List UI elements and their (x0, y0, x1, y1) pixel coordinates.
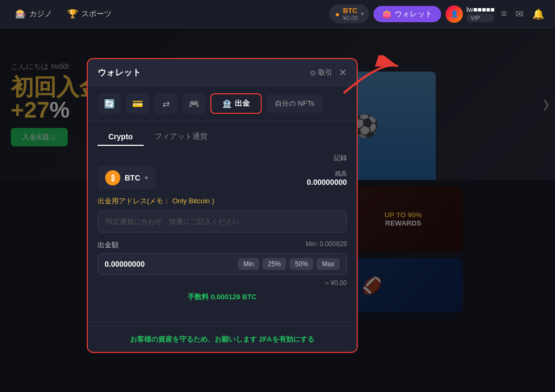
sidebar-item-casino[interactable]: 🎰 カジノ (9, 5, 59, 22)
vip-badge: VIP (466, 14, 494, 22)
btc-selector-row: ₿ BTC ▾ 残高 0.00000000 (98, 166, 347, 190)
withdraw-icon: 🏦 (222, 99, 231, 108)
twofa-prefix: お客様の資産を守るため、お願いします (130, 335, 257, 343)
main-area: こんにちは Iwddr 初回入金 +27% 入金&遊ぶ ⚽ ❮ ❯ ANTI-P… (0, 28, 555, 392)
tab-nfts[interactable]: 自分の NFTs (266, 94, 323, 113)
balance-label: 残高 (307, 170, 347, 178)
username: Iw■■■■■ (466, 5, 494, 14)
btc-amount: ¥0.00 (343, 15, 358, 21)
modal-divider (88, 322, 357, 322)
transactions-icon: ⊙ (310, 69, 316, 77)
sidebar-item-sports[interactable]: 🏆 スポーツ (61, 5, 118, 22)
bell-icon[interactable]: 🔔 (530, 6, 546, 22)
equiv-value: ≈ ¥0.00 (325, 279, 347, 287)
record-balance-row: 記録 (98, 153, 347, 163)
casino-label: カジノ (29, 9, 52, 19)
menu-icon[interactable]: ≡ (499, 6, 509, 22)
top-navigation: 🎰 カジノ 🏆 スポーツ ● BTC ¥0.00 ▾ 👛 ウォレット 👤 Iw■… (0, 0, 555, 28)
toggle-crypto-button[interactable]: Crypto (98, 128, 144, 146)
sports-icon: 🏆 (67, 9, 78, 19)
equiv-row: ≈ ¥0.00 (98, 279, 347, 287)
withdraw-label: 出金 (235, 99, 250, 108)
transactions-link[interactable]: ⊙ 取引 (310, 68, 332, 78)
btc-icon: ● (335, 10, 339, 18)
wallet-button[interactable]: 👛 ウォレット (373, 6, 441, 22)
quick-buttons: Min 25% 50% Max (238, 258, 340, 270)
nav-left: 🎰 カジノ 🏆 スポーツ (9, 5, 325, 22)
record-link[interactable]: 記録 (334, 153, 347, 163)
amount-input-row: 0.00000000 Min 25% 50% Max (98, 253, 347, 275)
avatar-initials: 👤 (450, 10, 459, 18)
toggle-fiat-button[interactable]: フィアット通貨 (144, 128, 218, 146)
mail-icon[interactable]: ✉ (513, 6, 526, 22)
min-button[interactable]: Min (238, 258, 259, 270)
modal-title: ウォレット (98, 67, 141, 79)
amount-value: 0.00000000 (105, 260, 234, 268)
nav-right: ● BTC ¥0.00 ▾ 👛 ウォレット 👤 Iw■■■■■ VIP ≡ ✉ … (330, 4, 546, 23)
red-arrow-indicator (338, 55, 403, 99)
fee-amount: 0.000129 BTC (211, 293, 257, 301)
address-note-colored: Only Bitcoin (172, 197, 210, 205)
btc-balance-pill[interactable]: ● BTC ¥0.00 ▾ (330, 4, 369, 23)
user-section: 👤 Iw■■■■■ VIP (446, 5, 494, 23)
balance-info: 残高 0.00000000 (307, 170, 347, 187)
address-input[interactable] (98, 210, 347, 233)
nfts-label: 自分の NFTs (275, 99, 314, 107)
btc-dropdown-icon: ▾ (361, 11, 364, 17)
tab-card-icon[interactable]: 💳 (126, 93, 150, 114)
wallet-icon: 👛 (382, 10, 391, 18)
modal-header: ウォレット ⊙ 取引 ✕ (88, 59, 357, 87)
btc-selector-label: BTC (125, 173, 140, 182)
modal-body: 記録 ₿ BTC ▾ 残高 0.00000000 出金用アドレス(メモ： Onl… (88, 146, 357, 317)
transactions-label: 取引 (318, 68, 332, 78)
amount-header: 出金額 Min: 0.000829 (98, 240, 347, 250)
balance-amount: 0.00000000 (307, 178, 347, 187)
address-note: 出金用アドレス(メモ： Only Bitcoin ) (98, 196, 347, 206)
tab-withdraw-button[interactable]: 🏦 出金 (210, 93, 262, 114)
amount-label: 出金額 (98, 240, 119, 250)
amount-min: Min: 0.000829 (306, 240, 347, 250)
tab-transfer-icon[interactable]: ⇄ (154, 93, 178, 114)
wallet-modal: ウォレット ⊙ 取引 ✕ 🔄 💳 ⇄ 🎮 🏦 出金 自分の NFTs (87, 58, 358, 353)
tab-game-icon[interactable]: 🎮 (182, 93, 206, 114)
tab-refresh-icon[interactable]: 🔄 (98, 93, 121, 114)
btc-icon-large: ₿ (105, 170, 120, 185)
currency-toggle: Crypto フィアット通貨 (88, 121, 357, 146)
btc-selector[interactable]: ₿ BTC ▾ (98, 166, 156, 190)
percent25-button[interactable]: 25% (262, 258, 286, 270)
max-button[interactable]: Max (317, 258, 340, 270)
fee-row: 手数料 0.000129 BTC (98, 292, 347, 302)
wallet-btn-label: ウォレット (395, 9, 433, 19)
btc-label: BTC (343, 7, 358, 15)
casino-icon: 🎰 (15, 9, 26, 19)
chevron-down-icon: ▾ (145, 174, 148, 182)
twofa-warning: お客様の資産を守るため、お願いします 2FAを有効にする (88, 326, 357, 352)
modal-tabs: 🔄 💳 ⇄ 🎮 🏦 出金 自分の NFTs (88, 87, 357, 121)
avatar[interactable]: 👤 (446, 5, 463, 23)
twofa-link[interactable]: 2FAを有効にする (259, 335, 314, 343)
percent50-button[interactable]: 50% (289, 258, 313, 270)
sports-label: スポーツ (81, 9, 112, 19)
